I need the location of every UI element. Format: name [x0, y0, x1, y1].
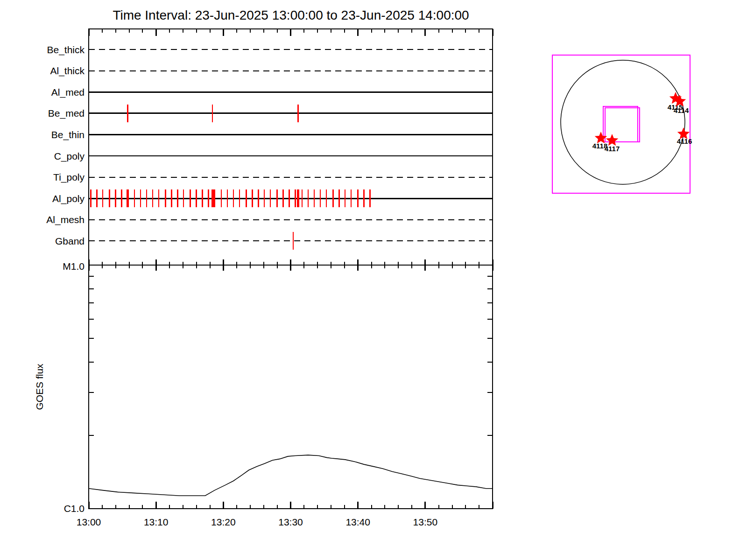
goes-ymin-label: C1.0	[64, 503, 85, 514]
filter-row-label-be_med: Be_med	[48, 108, 85, 119]
goes-panel-border	[89, 265, 493, 509]
timeline-axis-ticks	[89, 29, 493, 36]
active-region-label-4114: 4114	[674, 106, 689, 114]
solar-limb-circle	[561, 60, 685, 184]
goes-xtick-labels: 13:0013:1013:2013:3013:4013:50	[77, 517, 437, 527]
active-region-label-4117: 4117	[605, 145, 620, 153]
x-tick-label: 13:00	[77, 517, 101, 527]
active-region-label-4116: 4116	[677, 137, 692, 145]
filter-timeline-panel: Be_thickAl_thickAl_medBe_medBe_thinC_pol…	[46, 29, 493, 265]
x-tick-label: 13:20	[211, 517, 236, 527]
x-tick-label: 13:10	[144, 517, 169, 527]
page-title: Time Interval: 23-Jun-2025 13:00:00 to 2…	[113, 8, 469, 22]
filter-row-label-be_thin: Be_thin	[51, 129, 85, 140]
solar-pointing-map: 41154114411641184117	[552, 55, 692, 193]
x-tick-label: 13:30	[278, 517, 303, 527]
map-border-box	[552, 55, 690, 193]
filter-row-label-ti_poly: Ti_poly	[53, 172, 85, 183]
filter-row-label-al_med: Al_med	[51, 87, 85, 98]
timeline-rows: Be_thickAl_thickAl_medBe_medBe_thinC_pol…	[46, 44, 493, 250]
goes-ymax-label: M1.0	[63, 261, 85, 272]
goes-flux-curve	[89, 455, 493, 496]
filter-row-label-al_thick: Al_thick	[50, 65, 85, 77]
filter-row-label-al_poly: Al_poly	[52, 193, 85, 204]
filter-row-label-c_poly: C_poly	[54, 151, 85, 162]
filter-row-label-gband: Gband	[55, 236, 85, 246]
xrt-fov-box	[603, 106, 638, 142]
xrt-observation-figure: Time Interval: 23-Jun-2025 13:00:00 to 2…	[0, 0, 747, 560]
x-tick-label: 13:50	[413, 517, 438, 527]
figure-canvas: Time Interval: 23-Jun-2025 13:00:00 to 2…	[0, 0, 747, 560]
goes-axis-ticks	[89, 259, 493, 509]
active-region-star-4117	[606, 134, 619, 146]
goes-flux-panel: M1.0 C1.0 GOES flux 13:0013:1013:2013:30…	[34, 259, 493, 527]
goes-y-axis-title: GOES flux	[34, 364, 45, 410]
timeline-panel-border	[89, 29, 493, 265]
filter-row-label-be_thick: Be_thick	[47, 44, 85, 56]
xrt-fov-box	[605, 108, 640, 142]
filter-row-label-al_mesh: Al_mesh	[46, 214, 85, 225]
x-tick-label: 13:40	[345, 517, 370, 527]
